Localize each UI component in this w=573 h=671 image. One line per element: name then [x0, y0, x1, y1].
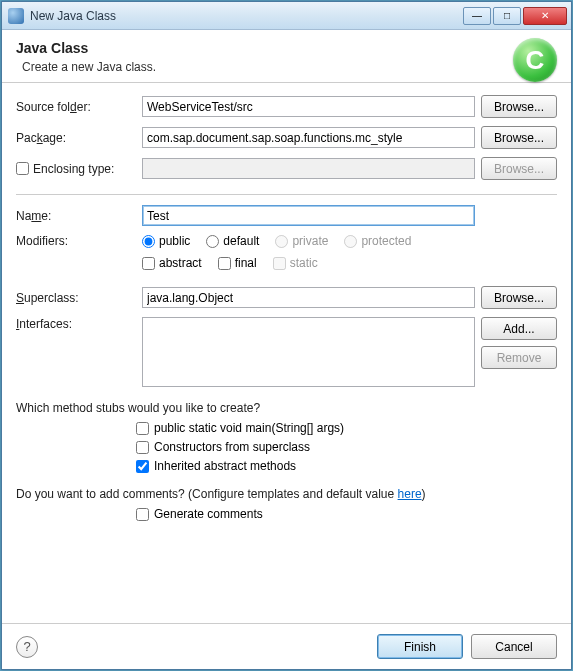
enclosing-type-checkbox[interactable] [16, 162, 29, 175]
interfaces-listbox[interactable] [142, 317, 475, 387]
dialog-window: New Java Class — □ ✕ Java Class Create a… [1, 1, 572, 670]
stub-inherited[interactable]: Inherited abstract methods [136, 459, 557, 473]
enclosing-type-label[interactable]: Enclosing type: [16, 162, 136, 176]
source-folder-browse-button[interactable]: Browse... [481, 95, 557, 118]
name-input[interactable] [142, 205, 475, 226]
modifier-protected: protected [344, 234, 411, 248]
configure-link[interactable]: here [398, 487, 422, 501]
enclosing-type-browse-button: Browse... [481, 157, 557, 180]
modifiers-radios: public default private protected [142, 234, 411, 248]
close-button[interactable]: ✕ [523, 7, 567, 25]
generate-comments[interactable]: Generate comments [136, 507, 557, 521]
maximize-button[interactable]: □ [493, 7, 521, 25]
header-title: Java Class [16, 40, 557, 56]
cancel-button[interactable]: Cancel [471, 634, 557, 659]
dialog-footer: ? Finish Cancel [2, 623, 571, 669]
stubs-question: Which method stubs would you like to cre… [16, 401, 557, 415]
stub-main[interactable]: public static void main(String[] args) [136, 421, 557, 435]
help-button[interactable]: ? [16, 636, 38, 658]
superclass-browse-button[interactable]: Browse... [481, 286, 557, 309]
header-subtitle: Create a new Java class. [22, 60, 557, 74]
modifier-private: private [275, 234, 328, 248]
superclass-input[interactable] [142, 287, 475, 308]
interfaces-label: Interfaces: [16, 317, 136, 331]
interfaces-add-button[interactable]: Add... [481, 317, 557, 340]
modifier-static: static [273, 256, 318, 270]
dialog-body: Source folder: Browse... Package: Browse… [2, 83, 571, 623]
titlebar: New Java Class — □ ✕ [2, 2, 571, 30]
class-icon: C [513, 38, 557, 82]
source-folder-label: Source folder: [16, 100, 136, 114]
app-icon [8, 8, 24, 24]
modifier-abstract[interactable]: abstract [142, 256, 202, 270]
stub-constructors[interactable]: Constructors from superclass [136, 440, 557, 454]
package-label: Package: [16, 131, 136, 145]
dialog-header: Java Class Create a new Java class. C [2, 30, 571, 83]
package-input[interactable] [142, 127, 475, 148]
superclass-label: Superclass: [16, 291, 136, 305]
divider [16, 194, 557, 195]
modifier-public[interactable]: public [142, 234, 190, 248]
modifiers-label: Modifiers: [16, 234, 136, 248]
window-controls: — □ ✕ [463, 7, 567, 25]
modifier-default[interactable]: default [206, 234, 259, 248]
comments-question: Do you want to add comments? (Configure … [16, 487, 557, 501]
finish-button[interactable]: Finish [377, 634, 463, 659]
modifiers-checks: abstract final static [142, 256, 318, 270]
name-label: Name: [16, 209, 136, 223]
enclosing-type-input [142, 158, 475, 179]
source-folder-input[interactable] [142, 96, 475, 117]
modifier-final[interactable]: final [218, 256, 257, 270]
interfaces-remove-button: Remove [481, 346, 557, 369]
minimize-button[interactable]: — [463, 7, 491, 25]
window-title: New Java Class [30, 9, 463, 23]
package-browse-button[interactable]: Browse... [481, 126, 557, 149]
